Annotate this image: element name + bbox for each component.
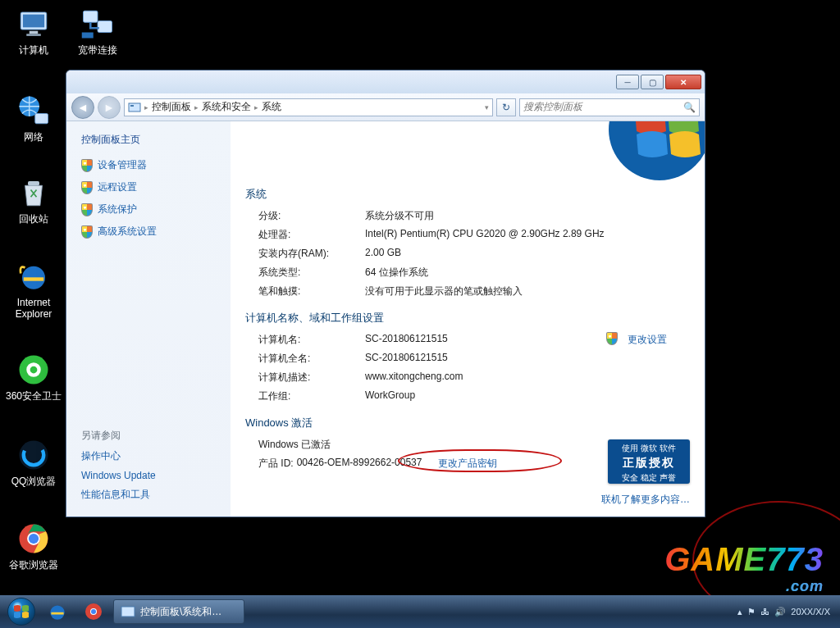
pen-value: 没有可用于此显示器的笔或触控输入 [365,284,690,298]
see-also-performance[interactable]: 性能信息和工具 [81,488,219,502]
icon-label: 计算机 [3,44,64,56]
see-also-windows-update[interactable]: Windows Update [81,470,219,481]
description-value: www.xitongcheng.com [365,371,690,385]
product-id-label: 产品 ID: [258,457,294,471]
ram-value: 2.00 GB [365,247,690,261]
computer-name-label: 计算机名: [258,333,365,347]
sidebar-task-advanced[interactable]: 高级系统设置 [81,225,219,239]
sidebar-task-protection[interactable]: 系统保护 [81,203,219,216]
desktop-icon-360[interactable]: 360安全卫士 [3,353,64,402]
control-panel-home-link[interactable]: 控制面板主页 [81,133,219,147]
maximize-button[interactable]: ▢ [641,75,664,89]
desktop-icon-network[interactable]: 网络 [3,93,64,143]
badge-sub: 安全 稳定 声誉 [608,472,690,484]
close-button[interactable]: ✕ [665,75,701,89]
product-id-value: 00426-OEM-8992662-00537 [297,457,422,471]
breadcrumb-item[interactable]: 控制面板 [152,100,191,114]
back-button[interactable]: ◄ [71,96,94,119]
section-activation-title: Windows 激活 [245,416,690,430]
systype-value: 64 位操作系统 [365,266,690,280]
sidebar: 控制面板主页 设备管理器 远程设置 系统保护 高级系统设置 另请参阅 操作中心 … [66,121,231,517]
full-name-label: 计算机全名: [258,352,365,366]
control-panel-icon [128,101,141,114]
section-system-title: 系统 [245,187,690,202]
system-tray[interactable]: ▴ ⚑ 🖧 🔊 20XX/X/X [737,607,835,617]
workgroup-label: 工作组: [258,389,365,403]
see-also-action-center[interactable]: 操作中心 [81,449,219,463]
tray-network-icon[interactable]: 🖧 [760,607,769,617]
taskbar: 控制面板\系统和… ▴ ⚑ 🖧 🔊 20XX/X/X [0,595,840,628]
sidebar-task-remote[interactable]: 远程设置 [81,180,219,194]
content-pane: 系统 分级:系统分级不可用 处理器:Intel(R) Pentium(R) CP… [231,121,705,517]
genuine-badge: 使用 微软 软件 正版授权 安全 稳定 声誉 [608,439,690,484]
taskbar-task-control-panel[interactable]: 控制面板\系统和… [113,599,244,624]
address-bar[interactable]: ▸ 控制面板 ▸ 系统和安全 ▸ 系统 ▾ [124,98,493,116]
minimize-button[interactable]: ─ [616,75,639,89]
svg-rect-26 [121,607,135,617]
window-icon [121,604,135,619]
desktop-icon-computer[interactable]: 计算机 [3,7,64,56]
sidebar-task-device-manager[interactable]: 设备管理器 [81,158,219,172]
svg-rect-1 [23,15,44,28]
desktop-icon-qqbrowser[interactable]: QQ浏览器 [3,438,64,487]
see-also-title: 另请参阅 [81,429,219,443]
sidebar-task-label: 高级系统设置 [98,225,157,239]
icon-label: Internet Explorer [3,297,64,320]
svg-rect-20 [130,105,134,107]
systype-label: 系统类型: [258,266,365,280]
icon-label: QQ浏览器 [3,476,64,487]
desktop-icon-broadband[interactable]: 宽带连接 [67,7,128,56]
breadcrumb-item[interactable]: 系统 [262,100,281,114]
cpu-value: Intel(R) Pentium(R) CPU G2020 @ 2.90GHz … [365,228,690,242]
svg-rect-2 [30,31,39,34]
desktop-icon-ie[interactable]: Internet Explorer [3,259,64,320]
taskbar-chrome-icon[interactable] [77,599,110,624]
learn-more-link[interactable]: 联机了解更多内容… [601,493,690,507]
ram-label: 安装内存(RAM): [258,247,365,261]
description-label: 计算机描述: [258,371,365,385]
icon-label: 360安全卫士 [3,390,64,402]
tray-volume-icon[interactable]: 🔊 [774,607,786,617]
sidebar-task-label: 远程设置 [98,180,137,194]
titlebar[interactable]: ─ ▢ ✕ [66,71,705,93]
desktop-icon-chrome[interactable]: 谷歌浏览器 [3,521,64,571]
svg-point-18 [29,534,39,544]
svg-rect-9 [28,181,39,185]
rating-link[interactable]: 系统分级不可用 [365,209,690,223]
icon-label: 谷歌浏览器 [3,559,64,571]
search-input[interactable]: 搜索控制面板 🔍 [519,98,700,116]
svg-rect-19 [129,103,140,111]
control-panel-window: ─ ▢ ✕ ◄ ► ▸ 控制面板 ▸ 系统和安全 ▸ 系统 ▾ ↻ 搜索控制面板… [66,70,705,517]
tray-flag-icon[interactable]: ⚑ [747,607,756,617]
chevron-down-icon[interactable]: ▾ [485,103,489,111]
svg-rect-6 [82,33,94,39]
icon-label: 回收站 [3,213,64,225]
sidebar-task-label: 系统保护 [98,203,137,216]
badge-top: 使用 微软 软件 [608,443,690,454]
shield-icon [81,159,93,172]
shield-icon [81,225,93,239]
windows-flag-graphic [590,121,705,187]
refresh-button[interactable]: ↻ [496,98,516,116]
start-button[interactable] [5,598,38,626]
svg-rect-3 [26,34,41,36]
workgroup-value: WorkGroup [365,389,690,403]
shield-icon [606,332,618,345]
tray-clock[interactable]: 20XX/X/X [791,607,830,617]
svg-rect-5 [98,21,112,33]
breadcrumb-item[interactable]: 系统和安全 [202,100,251,114]
desktop-icon-recycle[interactable]: 回收站 [3,175,64,225]
taskbar-ie-icon[interactable] [41,599,74,624]
tray-up-icon[interactable]: ▴ [737,607,742,617]
taskbar-task-label: 控制面板\系统和… [140,605,221,619]
window-body: 控制面板主页 设备管理器 远程设置 系统保护 高级系统设置 另请参阅 操作中心 … [66,121,705,517]
change-product-key-link[interactable]: 更改产品密钥 [438,457,497,471]
search-icon[interactable]: 🔍 [683,102,696,113]
cpu-label: 处理器: [258,228,365,242]
toolbar: ◄ ► ▸ 控制面板 ▸ 系统和安全 ▸ 系统 ▾ ↻ 搜索控制面板 🔍 [66,93,705,121]
svg-rect-8 [35,114,48,124]
change-settings-link[interactable]: 更改设置 [628,333,667,347]
shield-icon [81,181,93,194]
start-orb-icon [7,598,35,626]
forward-button[interactable]: ► [98,96,121,119]
